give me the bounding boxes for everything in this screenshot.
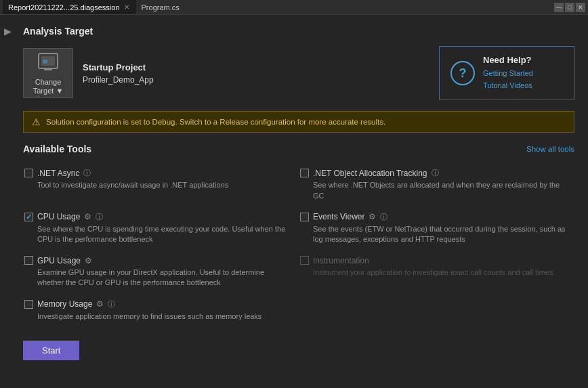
help-icon: ? (450, 61, 475, 85)
tool-events-viewer-info-icon[interactable]: ⓘ (380, 212, 387, 222)
main-content: ▶ Analysis Target ▤ ChangeTarget ▼ (0, 15, 588, 388)
startup-project-label: Startup Project (83, 62, 154, 72)
tool-gpu-usage: GPU Usage ⚙ Examine GPU usage in your Di… (23, 252, 299, 295)
tool-memory-usage-desc: Investigate application memory to find i… (24, 311, 291, 322)
minimize-button[interactable]: — (554, 3, 564, 12)
tab-diagsession[interactable]: Report20211222...25.diagsession ✕ (3, 0, 136, 14)
tool-cpu-usage-name: CPU Usage (37, 212, 80, 221)
tool-memory-usage-gear-icon[interactable]: ⚙ (96, 299, 104, 309)
tool-gpu-usage-gear-icon[interactable]: ⚙ (85, 256, 92, 265)
tool-dotnet-object-allocation-info-icon[interactable]: ⓘ (432, 168, 439, 178)
help-text: Need Help? Getting Started Tutorial Vide… (483, 55, 533, 91)
close-button[interactable]: ✕ (576, 3, 585, 12)
tools-header: Available Tools Show all tools (23, 144, 574, 154)
tool-events-viewer-gear-icon[interactable]: ⚙ (369, 212, 376, 221)
tool-gpu-usage-checkbox[interactable] (24, 256, 33, 265)
tab-diagsession-close[interactable]: ✕ (123, 3, 131, 11)
tool-cpu-usage-checkbox[interactable]: ✓ (24, 213, 33, 221)
tool-gpu-usage-desc: Examine GPU usage in your DirectX applic… (24, 267, 291, 288)
tool-cpu-usage-info-icon[interactable]: ⓘ (96, 212, 103, 222)
tool-cpu-usage-header: ✓ CPU Usage ⚙ ⓘ (24, 212, 291, 222)
change-target-button[interactable]: ▤ ChangeTarget ▼ (23, 48, 73, 98)
startup-project-box: ▤ ChangeTarget ▼ Startup Project Profile… (23, 46, 154, 100)
tool-instrumentation-checkbox (300, 256, 309, 265)
tool-dotnet-object-allocation-header: .NET Object Allocation Tracking ⓘ (300, 168, 566, 178)
tab-programcs-label: Program.cs (142, 3, 180, 12)
tool-dotnet-object-allocation-desc: See where .NET Objects are allocated and… (300, 180, 566, 201)
tool-events-viewer-desc: See the events (ETW or NetTrace) that oc… (300, 224, 566, 245)
tool-dotnet-async-name: .NET Async (37, 169, 79, 178)
tool-instrumentation-header: Instrumentation (300, 256, 566, 265)
tool-gpu-usage-header: GPU Usage ⚙ (24, 256, 291, 265)
warning-text: Solution configuration is set to Debug. … (46, 118, 385, 126)
change-target-icon: ▤ (36, 51, 60, 75)
tools-grid: .NET Async ⓘ Tool to investigate async/a… (23, 164, 574, 328)
tool-dotnet-object-allocation-checkbox[interactable] (300, 169, 309, 177)
maximize-button[interactable]: □ (565, 3, 574, 12)
tool-cpu-usage: ✓ CPU Usage ⚙ ⓘ See where the CPU is spe… (23, 208, 299, 252)
change-target-label: ChangeTarget ▼ (33, 78, 64, 95)
tutorial-videos-link[interactable]: Tutorial Videos (483, 80, 533, 92)
tool-memory-usage: Memory Usage ⚙ ⓘ Investigate application… (23, 295, 299, 328)
dropdown-arrow-icon: ▼ (56, 87, 63, 95)
tab-list: Report20211222...25.diagsession ✕ Progra… (3, 0, 185, 14)
tool-memory-usage-info-icon[interactable]: ⓘ (108, 299, 115, 309)
tool-dotnet-async-header: .NET Async ⓘ (24, 168, 291, 178)
show-all-tools-link[interactable]: Show all tools (526, 145, 574, 153)
tool-dotnet-async: .NET Async ⓘ Tool to investigate async/a… (23, 164, 299, 208)
tool-events-viewer-checkbox[interactable] (300, 213, 309, 221)
available-tools-title: Available Tools (23, 144, 91, 154)
tool-instrumentation-desc: Instrument your application to investiga… (300, 267, 566, 278)
tool-dotnet-async-info-icon[interactable]: ⓘ (83, 168, 91, 178)
window-controls: — □ ✕ (554, 3, 585, 12)
tool-dotnet-object-allocation-name: .NET Object Allocation Tracking (313, 169, 427, 178)
start-button[interactable]: Start (23, 341, 79, 360)
tool-dotnet-async-checkbox[interactable] (24, 169, 33, 177)
tool-instrumentation: Instrumentation Instrument your applicat… (299, 252, 574, 295)
analysis-target-title: Analysis Target (23, 26, 574, 37)
help-box: ? Need Help? Getting Started Tutorial Vi… (439, 46, 574, 100)
check-mark-icon: ✓ (26, 213, 32, 221)
warning-icon: ⚠ (32, 116, 41, 127)
expand-arrow-icon[interactable]: ▶ (4, 26, 12, 37)
tool-memory-usage-checkbox[interactable] (24, 300, 33, 309)
tool-gpu-usage-name: GPU Usage (37, 256, 81, 265)
start-area: Start (23, 341, 574, 360)
title-bar: Report20211222...25.diagsession ✕ Progra… (0, 0, 588, 15)
getting-started-link[interactable]: Getting Started (483, 68, 533, 80)
tool-instrumentation-name: Instrumentation (313, 256, 369, 265)
tool-dotnet-object-allocation: .NET Object Allocation Tracking ⓘ See wh… (299, 164, 574, 208)
tool-cpu-usage-gear-icon[interactable]: ⚙ (84, 212, 91, 221)
tab-programcs[interactable]: Program.cs (136, 0, 185, 14)
need-help-title: Need Help? (483, 55, 533, 65)
tool-memory-usage-header: Memory Usage ⚙ ⓘ (24, 299, 291, 309)
project-info: Startup Project Profiler_Demo_App (83, 62, 154, 85)
tool-events-viewer: Events Viewer ⚙ ⓘ See the events (ETW or… (299, 208, 574, 252)
warning-bar: ⚠ Solution configuration is set to Debug… (23, 111, 574, 133)
tool-cpu-usage-desc: See where the CPU is spending time execu… (24, 224, 291, 245)
tool-dotnet-async-desc: Tool to investigate async/await usage in… (24, 180, 291, 190)
svg-text:▤: ▤ (43, 58, 47, 64)
tool-events-viewer-name: Events Viewer (313, 212, 364, 221)
target-row: ▤ ChangeTarget ▼ Startup Project Profile… (23, 46, 574, 100)
tool-events-viewer-header: Events Viewer ⚙ ⓘ (300, 212, 566, 222)
tool-memory-usage-name: Memory Usage (37, 299, 92, 309)
tab-diagsession-label: Report20211222...25.diagsession (8, 3, 120, 12)
startup-project-name: Profiler_Demo_App (83, 75, 154, 85)
